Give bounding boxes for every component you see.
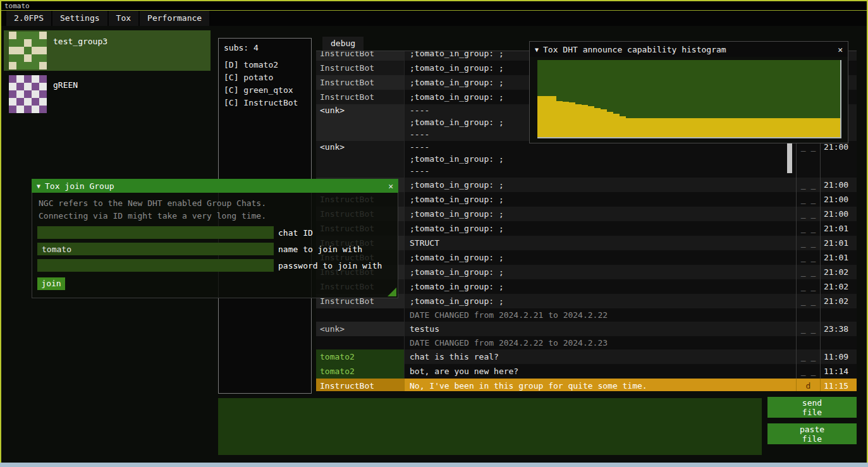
subs-member[interactable]: [C] green_qtox	[219, 84, 311, 97]
subs-member-list: [D] tomato2[C] potato[C] green_qtox[C] I…	[219, 59, 311, 109]
message-time	[820, 308, 857, 322]
paste-file-button[interactable]: paste file	[767, 423, 857, 444]
message-status: _ _	[796, 236, 820, 250]
join-name-input[interactable]	[37, 243, 274, 255]
group-list-item-test_group3[interactable]: test_group3	[4, 30, 211, 71]
message-row[interactable]: DATE CHANGED from 2024.2.22 to 2024.2.23	[316, 336, 857, 349]
message-row[interactable]: <unk> ---- ;tomato_in_group: ; ---- _ _ …	[316, 141, 857, 178]
message-row[interactable]: <unk> testus _ _ 23:38	[316, 322, 857, 336]
subs-member[interactable]: [C] InstructBot	[219, 97, 311, 109]
send-file-button[interactable]: send file	[767, 397, 857, 418]
message-status: _ _	[796, 141, 820, 178]
dht-histogram-window-title: Tox DHT announce capability histogram	[543, 45, 726, 54]
menu-item-settings[interactable]: Settings	[52, 11, 107, 26]
message-author: <unk>	[316, 141, 404, 178]
histogram-bar	[645, 118, 651, 138]
histogram-bar	[676, 118, 683, 138]
join-group-description-line2: Connecting via ID might take a very long…	[32, 210, 398, 222]
histogram-bar	[790, 118, 796, 138]
histogram-bar	[721, 118, 727, 138]
histogram-bar	[777, 118, 783, 138]
dht-histogram-window-header[interactable]: ▼ Tox DHT announce capability histogram …	[530, 42, 848, 57]
subs-member[interactable]: [C] potato	[219, 71, 311, 84]
message-time: 21:02	[820, 294, 857, 308]
message-text: bot, are you new here?	[404, 364, 796, 379]
join-password-input[interactable]	[37, 259, 274, 272]
message-time: 21:01	[820, 250, 857, 265]
message-time: 21:00	[820, 207, 857, 221]
chat-id-label: chat ID	[278, 228, 313, 238]
dht-histogram-chart	[537, 60, 841, 138]
message-time: 21:00	[820, 178, 857, 192]
message-time: 21:01	[820, 236, 857, 250]
close-icon[interactable]: ✕	[838, 45, 843, 54]
histogram-bar	[651, 118, 657, 138]
subs-member[interactable]: [D] tomato2	[219, 59, 311, 71]
histogram-bar	[607, 112, 613, 137]
histogram-bar	[796, 118, 802, 138]
message-row[interactable]: tomato2 chat is this real? _ _ 11:09	[316, 349, 857, 364]
histogram-bar	[828, 118, 834, 138]
message-row[interactable]: DATE CHANGED from 2024.2.21 to 2024.2.22	[316, 308, 857, 322]
group-list: test_group3 gREEN	[4, 30, 211, 118]
histogram-bar	[689, 118, 695, 138]
histogram-bar	[714, 118, 721, 138]
message-text: DATE CHANGED from 2024.2.21 to 2024.2.22	[404, 308, 796, 322]
resize-grip[interactable]	[388, 288, 396, 296]
group-list-item-green[interactable]: gREEN	[4, 74, 211, 114]
message-status	[796, 308, 820, 322]
message-status: _ _	[796, 265, 820, 279]
message-status: _ _	[796, 192, 820, 207]
join-group-window-header[interactable]: ▼ Tox join Group ✕	[32, 179, 398, 193]
menu-item-tox[interactable]: Tox	[109, 11, 138, 26]
histogram-bar	[563, 102, 569, 137]
histogram-bar	[575, 104, 582, 137]
chat-message-input[interactable]	[218, 398, 762, 455]
window-title: tomato	[4, 2, 30, 10]
message-text: ;tomato_in_group: ;	[404, 265, 796, 279]
message-time: 21:02	[820, 279, 857, 294]
message-text: ;tomato_in_group: ;	[404, 279, 796, 294]
histogram-bar	[745, 118, 752, 138]
message-text: ;tomato_in_group: ;	[404, 294, 796, 308]
histogram-bar	[670, 118, 676, 138]
histogram-bar	[556, 101, 563, 137]
tab-debug[interactable]: debug	[322, 37, 364, 51]
collapse-triangle-icon[interactable]: ▼	[535, 46, 539, 53]
menu-item-performance[interactable]: Performance	[140, 11, 209, 26]
histogram-bar	[639, 118, 645, 138]
join-group-window-title: Tox join Group	[45, 181, 114, 191]
message-text: ;tomato_in_group: ;	[404, 221, 796, 236]
histogram-bar	[601, 109, 607, 137]
message-author: InstructBot	[316, 75, 404, 90]
histogram-bar	[771, 118, 777, 138]
menubar: 2.0FPSSettingsToxPerformance	[1, 11, 867, 26]
window-bottom-edge	[0, 463, 868, 467]
message-row[interactable]: InstructBot No, I've been in this group …	[316, 379, 857, 391]
histogram-bar	[783, 118, 790, 138]
app-window: tomato 2.0FPSSettingsToxPerformance test…	[0, 0, 868, 467]
histogram-bar	[809, 118, 815, 138]
close-icon[interactable]: ✕	[388, 181, 393, 191]
message-row[interactable]: tomato2 bot, are you new here? _ _ 11:14	[316, 364, 857, 379]
message-time: 21:02	[820, 265, 857, 279]
collapse-triangle-icon[interactable]: ▼	[37, 183, 40, 190]
window-titlebar[interactable]: tomato	[1, 1, 867, 11]
join-button[interactable]: join	[37, 277, 65, 290]
chat-id-input[interactable]	[37, 226, 274, 239]
histogram-bar	[727, 118, 733, 138]
join-password-label: password to join with	[278, 261, 382, 270]
histogram-bar	[821, 118, 828, 138]
message-author: InstructBot	[316, 51, 404, 61]
message-author: tomato2	[316, 364, 404, 379]
histogram-bar	[537, 96, 544, 137]
message-time: 21:00	[820, 192, 857, 207]
group-avatar	[9, 32, 47, 70]
histogram-bar	[702, 118, 708, 138]
message-time: 11:14	[820, 364, 857, 379]
histogram-bar	[664, 118, 670, 138]
message-text: ---- ;tomato_in_group: ; ----	[404, 141, 796, 178]
group-name: test_group3	[53, 37, 107, 70]
message-status: _ _	[796, 349, 820, 364]
join-group-window: ▼ Tox join Group ✕ NGC refers to the New…	[32, 179, 398, 298]
